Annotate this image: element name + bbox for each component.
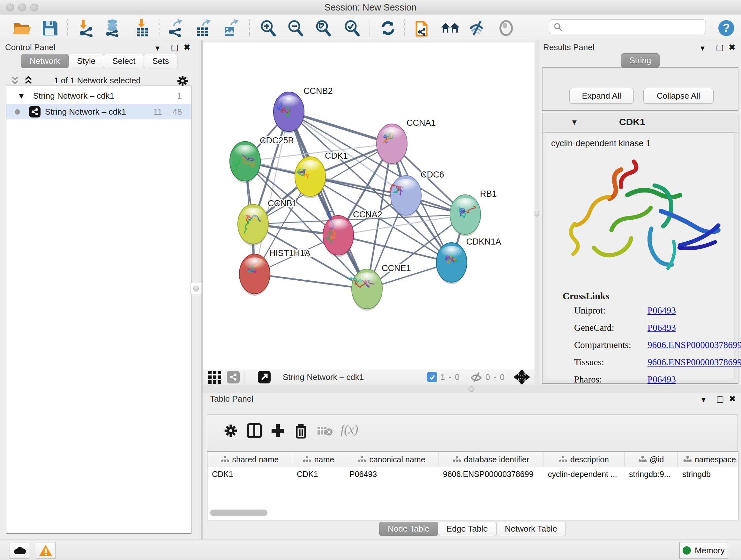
share-document-button[interactable]: [413, 18, 432, 38]
search-field[interactable]: [549, 19, 706, 34]
table-panel-menu-arrow-icon[interactable]: ▾: [701, 395, 705, 404]
network-collection-row[interactable]: ▼ String Network – cdk1 1: [6, 88, 191, 104]
table-cell[interactable]: CDK1: [207, 467, 292, 481]
control-panel-menu-arrow-icon[interactable]: ▾: [155, 43, 159, 53]
close-window-button[interactable]: [6, 3, 14, 11]
table-row[interactable]: CDK1CDK1P064939606.ENSP00000378699cyclin…: [207, 467, 738, 481]
results-panel-float-icon[interactable]: ▢: [716, 43, 724, 52]
network-row-selected[interactable]: String Network – cdk1 11 48: [6, 104, 191, 119]
export-image-button[interactable]: [221, 18, 241, 38]
crosslink-link[interactable]: P06493: [648, 374, 676, 385]
search-input[interactable]: [565, 22, 700, 32]
table-cell[interactable]: 9606.ENSP00000378699: [439, 467, 543, 481]
collapse-all-chevron-icon[interactable]: [10, 75, 20, 86]
network-edge[interactable]: [255, 274, 367, 289]
control-panel-float-icon[interactable]: ▢: [171, 43, 179, 52]
table-cell[interactable]: stringdb: [678, 467, 738, 481]
left-divider-handle[interactable]: [190, 283, 202, 294]
selected-checkbox-icon[interactable]: [427, 372, 437, 382]
hidden-eye-slash-icon[interactable]: [469, 371, 483, 383]
zoom-in-button[interactable]: [259, 18, 278, 38]
maximize-window-button[interactable]: [30, 3, 38, 11]
network-node-CDK1[interactable]: CDK1: [295, 151, 348, 198]
string-network-badge-icon[interactable]: [227, 371, 240, 383]
import-network-button[interactable]: [77, 18, 96, 38]
collection-expand-arrow-icon[interactable]: ▼: [17, 91, 25, 101]
crosslink-link[interactable]: P06493: [648, 322, 676, 333]
open-in-browser-icon[interactable]: [258, 371, 271, 383]
control-panel-close-icon[interactable]: ✖: [184, 43, 191, 52]
splitter-handle-dot[interactable]: [468, 386, 474, 392]
import-network-from-database-button[interactable]: [104, 18, 123, 38]
crosslink-link[interactable]: P06493: [648, 305, 676, 316]
export-network-button[interactable]: [166, 18, 185, 38]
refresh-button[interactable]: [379, 18, 398, 38]
column-header-canonical-name[interactable]: canonical name: [345, 452, 439, 467]
tab-network[interactable]: Network: [21, 54, 69, 68]
table-cell[interactable]: cyclin-dependent ...: [543, 467, 624, 481]
export-table-button[interactable]: [194, 18, 213, 38]
crosslink-link[interactable]: 9606.ENSP00000378699: [648, 340, 741, 350]
gear-icon[interactable]: [176, 74, 189, 87]
horizontal-scrollbar-thumb[interactable]: [210, 509, 267, 516]
open-session-button[interactable]: [12, 18, 31, 38]
delete-column-trash-icon[interactable]: [294, 423, 308, 439]
hide-details-button[interactable]: [468, 18, 488, 38]
results-panel-close-icon[interactable]: ✖: [729, 43, 736, 52]
cloud-button[interactable]: [10, 542, 29, 559]
network-node-HIST1H1A[interactable]: HIST1H1A: [239, 248, 311, 296]
horizontal-splitter[interactable]: [203, 385, 741, 393]
collapse-all-button[interactable]: Collapse All: [643, 88, 714, 104]
results-panel-menu-arrow-icon[interactable]: ▾: [700, 43, 704, 53]
show-details-button[interactable]: [496, 18, 516, 38]
save-session-button[interactable]: [41, 18, 60, 38]
protein-header-row[interactable]: ▼ CDK1: [542, 113, 738, 132]
tab-string[interactable]: String: [621, 53, 660, 68]
tab-node-table[interactable]: Node Table: [379, 522, 438, 536]
column-header-namespace[interactable]: namespace: [678, 452, 738, 467]
zoom-selected-button[interactable]: [342, 18, 361, 38]
minimize-window-button[interactable]: [18, 3, 26, 11]
tab-sets[interactable]: Sets: [144, 54, 178, 68]
network-edge[interactable]: [338, 235, 452, 262]
column-header-name[interactable]: name: [292, 452, 345, 467]
tab-select[interactable]: Select: [104, 54, 144, 68]
birdseye-grid-icon[interactable]: [208, 371, 221, 384]
tab-style[interactable]: Style: [68, 54, 104, 68]
import-table-button[interactable]: [133, 18, 152, 38]
table-cell[interactable]: CDK1: [292, 467, 345, 481]
pan-crosshair-icon[interactable]: [514, 370, 530, 384]
network-canvas[interactable]: CCNB2CCNA1CDC25BCDK1CDC6RB1CCNB1CCNA2CDK…: [203, 43, 535, 369]
warning-button[interactable]: [36, 542, 56, 559]
show-columns-icon[interactable]: [247, 423, 262, 438]
add-column-plus-icon[interactable]: [270, 423, 286, 438]
table-panel-float-icon[interactable]: ▢: [716, 394, 724, 403]
network-node-CDKN1A[interactable]: CDKN1A: [436, 237, 501, 284]
function-builder-icon[interactable]: f(x): [340, 422, 358, 437]
delete-table-icon[interactable]: [317, 426, 333, 436]
table-cell[interactable]: P06493: [345, 467, 439, 481]
help-button[interactable]: ?: [717, 18, 736, 38]
string-network-graph[interactable]: CCNB2CCNA1CDC25BCDK1CDC6RB1CCNB1CCNA2CDK…: [203, 43, 535, 369]
home-button[interactable]: [441, 18, 460, 38]
network-edge[interactable]: [289, 112, 367, 289]
crosslink-link[interactable]: 9606.ENSP00000378699: [648, 357, 741, 368]
network-node-CCNB2[interactable]: CCNB2: [273, 86, 333, 133]
tab-network-table[interactable]: Network Table: [496, 522, 566, 536]
expand-all-chevron-icon[interactable]: [23, 75, 34, 86]
collapse-arrow-icon[interactable]: ▼: [570, 118, 578, 127]
expand-all-button[interactable]: Expand All: [569, 88, 634, 104]
column-header-description[interactable]: description: [543, 452, 624, 467]
table-panel-close-icon[interactable]: ✖: [729, 394, 736, 403]
table-cell[interactable]: stringdb:9...: [624, 467, 678, 481]
zoom-out-button[interactable]: [286, 18, 305, 38]
network-edge[interactable]: [289, 112, 392, 144]
column-header-shared-name[interactable]: shared name: [207, 452, 292, 467]
column-header--id[interactable]: @id: [624, 452, 678, 467]
node-table[interactable]: shared namenamecanonical namedatabase id…: [207, 451, 738, 520]
table-settings-gear-icon[interactable]: [223, 423, 239, 438]
zoom-fit-button[interactable]: [314, 18, 333, 38]
tab-edge-table[interactable]: Edge Table: [438, 522, 496, 536]
memory-button[interactable]: Memory: [679, 542, 728, 559]
network-node-CDC6[interactable]: CDC6: [388, 170, 444, 217]
